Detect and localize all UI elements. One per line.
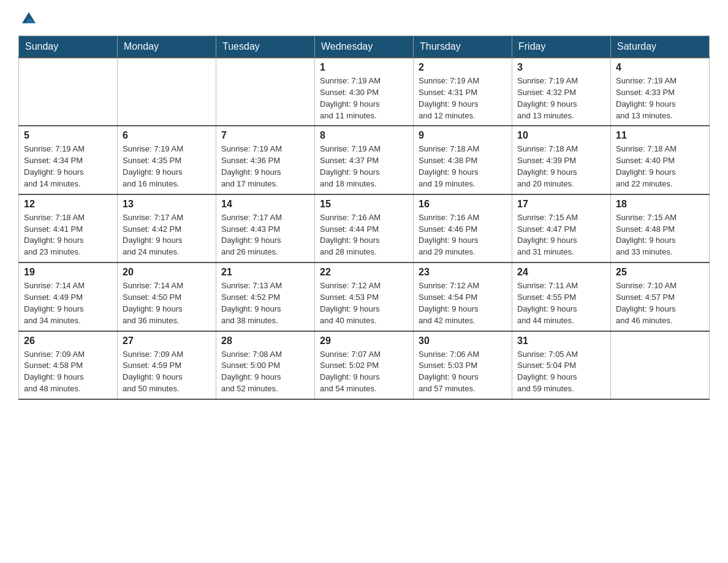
day-info: Sunrise: 7:17 AM Sunset: 4:43 PM Dayligh… xyxy=(221,212,309,258)
day-info: Sunrise: 7:18 AM Sunset: 4:40 PM Dayligh… xyxy=(616,144,704,190)
day-info: Sunrise: 7:16 AM Sunset: 4:46 PM Dayligh… xyxy=(419,212,507,258)
day-info: Sunrise: 7:13 AM Sunset: 4:52 PM Dayligh… xyxy=(221,280,309,326)
day-info: Sunrise: 7:19 AM Sunset: 4:33 PM Dayligh… xyxy=(616,75,704,121)
day-number: 13 xyxy=(123,199,211,210)
calendar-cell: 16Sunrise: 7:16 AM Sunset: 4:46 PM Dayli… xyxy=(414,194,512,262)
day-info: Sunrise: 7:18 AM Sunset: 4:38 PM Dayligh… xyxy=(419,144,507,190)
day-info: Sunrise: 7:09 AM Sunset: 4:58 PM Dayligh… xyxy=(24,349,112,395)
day-info: Sunrise: 7:12 AM Sunset: 4:53 PM Dayligh… xyxy=(320,280,408,326)
calendar-cell: 17Sunrise: 7:15 AM Sunset: 4:47 PM Dayli… xyxy=(512,194,611,262)
calendar-cell: 31Sunrise: 7:05 AM Sunset: 5:04 PM Dayli… xyxy=(512,331,611,399)
column-header-friday: Friday xyxy=(512,36,611,58)
day-number: 23 xyxy=(419,267,507,278)
calendar-cell: 19Sunrise: 7:14 AM Sunset: 4:49 PM Dayli… xyxy=(19,262,118,331)
calendar-cell: 10Sunrise: 7:18 AM Sunset: 4:39 PM Dayli… xyxy=(512,126,611,194)
calendar-cell: 3Sunrise: 7:19 AM Sunset: 4:32 PM Daylig… xyxy=(512,58,611,126)
day-number: 25 xyxy=(616,267,704,278)
column-header-sunday: Sunday xyxy=(19,36,118,58)
day-info: Sunrise: 7:19 AM Sunset: 4:34 PM Dayligh… xyxy=(24,144,112,190)
day-info: Sunrise: 7:19 AM Sunset: 4:37 PM Dayligh… xyxy=(320,144,408,190)
day-number: 18 xyxy=(616,199,704,210)
day-number: 12 xyxy=(24,199,112,210)
calendar-cell: 29Sunrise: 7:07 AM Sunset: 5:02 PM Dayli… xyxy=(315,331,414,399)
day-number: 21 xyxy=(221,267,309,278)
calendar-cell: 7Sunrise: 7:19 AM Sunset: 4:36 PM Daylig… xyxy=(216,126,315,194)
day-info: Sunrise: 7:10 AM Sunset: 4:57 PM Dayligh… xyxy=(616,280,704,326)
day-number: 19 xyxy=(24,267,112,278)
page-header xyxy=(18,12,710,23)
day-number: 4 xyxy=(616,62,704,73)
day-number: 28 xyxy=(221,335,309,347)
calendar-cell: 5Sunrise: 7:19 AM Sunset: 4:34 PM Daylig… xyxy=(19,126,118,194)
day-number: 17 xyxy=(517,199,605,210)
calendar-table: SundayMondayTuesdayWednesdayThursdayFrid… xyxy=(18,36,710,400)
column-header-thursday: Thursday xyxy=(414,36,512,58)
day-info: Sunrise: 7:07 AM Sunset: 5:02 PM Dayligh… xyxy=(320,349,408,395)
calendar-cell: 27Sunrise: 7:09 AM Sunset: 4:59 PM Dayli… xyxy=(118,331,216,399)
calendar-week-row: 26Sunrise: 7:09 AM Sunset: 4:58 PM Dayli… xyxy=(19,331,710,399)
day-info: Sunrise: 7:17 AM Sunset: 4:42 PM Dayligh… xyxy=(123,212,211,258)
calendar-cell: 4Sunrise: 7:19 AM Sunset: 4:33 PM Daylig… xyxy=(611,58,710,126)
calendar-week-row: 12Sunrise: 7:18 AM Sunset: 4:41 PM Dayli… xyxy=(19,194,710,262)
day-number: 16 xyxy=(419,199,507,210)
calendar-cell: 12Sunrise: 7:18 AM Sunset: 4:41 PM Dayli… xyxy=(19,194,118,262)
column-header-tuesday: Tuesday xyxy=(216,36,315,58)
day-number: 9 xyxy=(419,130,507,141)
day-info: Sunrise: 7:11 AM Sunset: 4:55 PM Dayligh… xyxy=(517,280,605,326)
calendar-cell: 11Sunrise: 7:18 AM Sunset: 4:40 PM Dayli… xyxy=(611,126,710,194)
day-number: 11 xyxy=(616,130,704,141)
calendar-cell: 20Sunrise: 7:14 AM Sunset: 4:50 PM Dayli… xyxy=(118,262,216,331)
day-number: 22 xyxy=(320,267,408,278)
day-number: 10 xyxy=(517,130,605,141)
calendar-cell: 8Sunrise: 7:19 AM Sunset: 4:37 PM Daylig… xyxy=(315,126,414,194)
day-number: 8 xyxy=(320,130,408,141)
calendar-cell: 9Sunrise: 7:18 AM Sunset: 4:38 PM Daylig… xyxy=(414,126,512,194)
calendar-cell xyxy=(118,58,216,126)
calendar-cell xyxy=(216,58,315,126)
calendar-week-row: 5Sunrise: 7:19 AM Sunset: 4:34 PM Daylig… xyxy=(19,126,710,194)
calendar-cell: 21Sunrise: 7:13 AM Sunset: 4:52 PM Dayli… xyxy=(216,262,315,331)
day-number: 6 xyxy=(123,130,211,141)
day-info: Sunrise: 7:19 AM Sunset: 4:31 PM Dayligh… xyxy=(419,75,507,121)
column-header-monday: Monday xyxy=(118,36,216,58)
day-info: Sunrise: 7:19 AM Sunset: 4:32 PM Dayligh… xyxy=(517,75,605,121)
day-info: Sunrise: 7:09 AM Sunset: 4:59 PM Dayligh… xyxy=(123,349,211,395)
day-info: Sunrise: 7:19 AM Sunset: 4:30 PM Dayligh… xyxy=(320,75,408,121)
calendar-week-row: 1Sunrise: 7:19 AM Sunset: 4:30 PM Daylig… xyxy=(19,58,710,126)
day-number: 26 xyxy=(24,335,112,347)
day-info: Sunrise: 7:19 AM Sunset: 4:36 PM Dayligh… xyxy=(221,144,309,190)
day-info: Sunrise: 7:18 AM Sunset: 4:41 PM Dayligh… xyxy=(24,212,112,258)
calendar-header-row: SundayMondayTuesdayWednesdayThursdayFrid… xyxy=(19,36,710,58)
calendar-cell xyxy=(19,58,118,126)
logo-triangle-icon xyxy=(22,12,36,26)
calendar-cell: 13Sunrise: 7:17 AM Sunset: 4:42 PM Dayli… xyxy=(118,194,216,262)
calendar-cell: 1Sunrise: 7:19 AM Sunset: 4:30 PM Daylig… xyxy=(315,58,414,126)
day-number: 30 xyxy=(419,335,507,347)
day-number: 14 xyxy=(221,199,309,210)
day-info: Sunrise: 7:14 AM Sunset: 4:50 PM Dayligh… xyxy=(123,280,211,326)
day-number: 20 xyxy=(123,267,211,278)
calendar-cell: 26Sunrise: 7:09 AM Sunset: 4:58 PM Dayli… xyxy=(19,331,118,399)
calendar-cell: 6Sunrise: 7:19 AM Sunset: 4:35 PM Daylig… xyxy=(118,126,216,194)
calendar-cell: 25Sunrise: 7:10 AM Sunset: 4:57 PM Dayli… xyxy=(611,262,710,331)
day-info: Sunrise: 7:05 AM Sunset: 5:04 PM Dayligh… xyxy=(517,349,605,395)
day-number: 24 xyxy=(517,267,605,278)
column-header-saturday: Saturday xyxy=(611,36,710,58)
column-header-wednesday: Wednesday xyxy=(315,36,414,58)
calendar-cell: 2Sunrise: 7:19 AM Sunset: 4:31 PM Daylig… xyxy=(414,58,512,126)
day-info: Sunrise: 7:19 AM Sunset: 4:35 PM Dayligh… xyxy=(123,144,211,190)
day-number: 15 xyxy=(320,199,408,210)
day-info: Sunrise: 7:16 AM Sunset: 4:44 PM Dayligh… xyxy=(320,212,408,258)
day-info: Sunrise: 7:12 AM Sunset: 4:54 PM Dayligh… xyxy=(419,280,507,326)
calendar-cell: 22Sunrise: 7:12 AM Sunset: 4:53 PM Dayli… xyxy=(315,262,414,331)
calendar-cell: 23Sunrise: 7:12 AM Sunset: 4:54 PM Dayli… xyxy=(414,262,512,331)
calendar-cell: 15Sunrise: 7:16 AM Sunset: 4:44 PM Dayli… xyxy=(315,194,414,262)
day-info: Sunrise: 7:14 AM Sunset: 4:49 PM Dayligh… xyxy=(24,280,112,326)
day-number: 1 xyxy=(320,62,408,73)
calendar-cell: 24Sunrise: 7:11 AM Sunset: 4:55 PM Dayli… xyxy=(512,262,611,331)
day-info: Sunrise: 7:15 AM Sunset: 4:48 PM Dayligh… xyxy=(616,212,704,258)
day-number: 5 xyxy=(24,130,112,141)
calendar-cell: 30Sunrise: 7:06 AM Sunset: 5:03 PM Dayli… xyxy=(414,331,512,399)
day-number: 3 xyxy=(517,62,605,73)
day-number: 27 xyxy=(123,335,211,347)
